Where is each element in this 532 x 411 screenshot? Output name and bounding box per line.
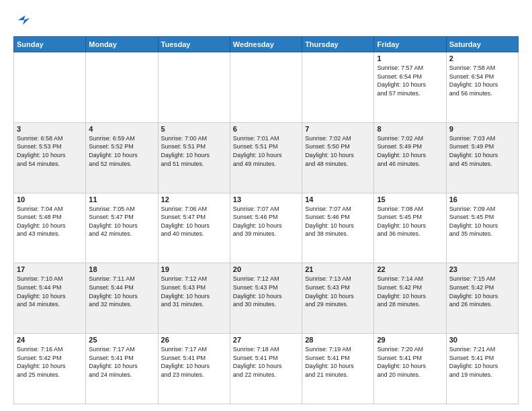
day-info: Sunrise: 7:12 AMSunset: 5:43 PMDaylight:… xyxy=(233,275,299,308)
header xyxy=(13,11,519,30)
calendar-cell: 17Sunrise: 7:10 AMSunset: 5:44 PMDayligh… xyxy=(14,263,86,334)
calendar-cell: 20Sunrise: 7:12 AMSunset: 5:43 PMDayligh… xyxy=(230,263,302,334)
day-number: 4 xyxy=(89,125,154,133)
calendar-header-cell: Tuesday xyxy=(158,37,230,52)
day-info: Sunrise: 6:58 AMSunset: 5:53 PMDaylight:… xyxy=(17,134,83,168)
day-info: Sunrise: 7:20 AMSunset: 5:41 PMDaylight:… xyxy=(377,345,443,379)
day-info: Sunrise: 7:05 AMSunset: 5:47 PMDaylight:… xyxy=(89,205,154,238)
day-info: Sunrise: 7:57 AMSunset: 6:54 PMDaylight:… xyxy=(377,64,443,97)
calendar-cell: 30Sunrise: 7:21 AMSunset: 5:41 PMDayligh… xyxy=(446,334,518,404)
day-info: Sunrise: 7:17 AMSunset: 5:41 PMDaylight:… xyxy=(89,345,154,379)
day-number: 3 xyxy=(17,125,83,133)
day-number: 1 xyxy=(377,54,443,62)
calendar-cell: 14Sunrise: 7:07 AMSunset: 5:46 PMDayligh… xyxy=(302,193,374,263)
calendar-header-cell: Saturday xyxy=(446,37,518,52)
calendar-header-row: SundayMondayTuesdayWednesdayThursdayFrid… xyxy=(14,37,519,52)
day-info: Sunrise: 7:16 AMSunset: 5:42 PMDaylight:… xyxy=(17,345,83,379)
day-number: 23 xyxy=(449,265,515,273)
calendar-cell: 2Sunrise: 7:58 AMSunset: 6:54 PMDaylight… xyxy=(446,52,518,123)
day-info: Sunrise: 7:17 AMSunset: 5:41 PMDaylight:… xyxy=(161,345,227,379)
day-info: Sunrise: 7:04 AMSunset: 5:48 PMDaylight:… xyxy=(17,205,83,238)
calendar-cell xyxy=(158,52,230,123)
calendar-header-cell: Sunday xyxy=(14,37,86,52)
day-info: Sunrise: 7:13 AMSunset: 5:43 PMDaylight:… xyxy=(305,275,371,308)
calendar-week-row: 1Sunrise: 7:57 AMSunset: 6:54 PMDaylight… xyxy=(14,52,519,123)
calendar-cell xyxy=(302,52,374,123)
calendar-cell: 16Sunrise: 7:09 AMSunset: 5:45 PMDayligh… xyxy=(446,193,518,263)
calendar-cell: 4Sunrise: 6:59 AMSunset: 5:52 PMDaylight… xyxy=(86,122,158,193)
calendar-cell: 29Sunrise: 7:20 AMSunset: 5:41 PMDayligh… xyxy=(374,334,446,404)
calendar-cell: 13Sunrise: 7:07 AMSunset: 5:46 PMDayligh… xyxy=(230,193,302,263)
day-number: 26 xyxy=(161,336,227,344)
day-number: 12 xyxy=(161,195,227,203)
calendar-header-cell: Monday xyxy=(86,37,158,52)
page: SundayMondayTuesdayWednesdayThursdayFrid… xyxy=(0,0,532,411)
day-number: 14 xyxy=(305,195,371,203)
calendar-cell: 1Sunrise: 7:57 AMSunset: 6:54 PMDaylight… xyxy=(374,52,446,123)
day-number: 27 xyxy=(233,336,299,344)
calendar-week-row: 10Sunrise: 7:04 AMSunset: 5:48 PMDayligh… xyxy=(14,193,519,263)
calendar-cell: 22Sunrise: 7:14 AMSunset: 5:42 PMDayligh… xyxy=(374,263,446,334)
day-info: Sunrise: 7:18 AMSunset: 5:41 PMDaylight:… xyxy=(233,345,299,379)
day-info: Sunrise: 7:15 AMSunset: 5:42 PMDaylight:… xyxy=(449,275,515,308)
day-info: Sunrise: 7:06 AMSunset: 5:47 PMDaylight:… xyxy=(161,205,227,238)
calendar-week-row: 17Sunrise: 7:10 AMSunset: 5:44 PMDayligh… xyxy=(14,263,519,334)
calendar-week-row: 24Sunrise: 7:16 AMSunset: 5:42 PMDayligh… xyxy=(14,334,519,404)
calendar-cell: 7Sunrise: 7:02 AMSunset: 5:50 PMDaylight… xyxy=(302,122,374,193)
day-info: Sunrise: 7:07 AMSunset: 5:46 PMDaylight:… xyxy=(233,205,299,238)
calendar-cell: 25Sunrise: 7:17 AMSunset: 5:41 PMDayligh… xyxy=(86,334,158,404)
calendar-cell: 9Sunrise: 7:03 AMSunset: 5:49 PMDaylight… xyxy=(446,122,518,193)
calendar-cell: 23Sunrise: 7:15 AMSunset: 5:42 PMDayligh… xyxy=(446,263,518,334)
day-number: 13 xyxy=(233,195,299,203)
day-number: 6 xyxy=(233,125,299,133)
calendar-header-cell: Wednesday xyxy=(230,37,302,52)
calendar-cell: 21Sunrise: 7:13 AMSunset: 5:43 PMDayligh… xyxy=(302,263,374,334)
calendar-cell xyxy=(86,52,158,123)
calendar-cell: 10Sunrise: 7:04 AMSunset: 5:48 PMDayligh… xyxy=(14,193,86,263)
day-info: Sunrise: 7:11 AMSunset: 5:44 PMDaylight:… xyxy=(89,275,154,308)
day-number: 2 xyxy=(449,54,515,62)
day-number: 30 xyxy=(449,336,515,344)
calendar-cell: 6Sunrise: 7:01 AMSunset: 5:51 PMDaylight… xyxy=(230,122,302,193)
calendar-cell: 18Sunrise: 7:11 AMSunset: 5:44 PMDayligh… xyxy=(86,263,158,334)
calendar-table: SundayMondayTuesdayWednesdayThursdayFrid… xyxy=(13,36,519,404)
day-number: 17 xyxy=(17,265,83,273)
calendar-cell: 19Sunrise: 7:12 AMSunset: 5:43 PMDayligh… xyxy=(158,263,230,334)
day-info: Sunrise: 7:03 AMSunset: 5:49 PMDaylight:… xyxy=(449,134,515,168)
day-info: Sunrise: 7:02 AMSunset: 5:50 PMDaylight:… xyxy=(305,134,371,168)
day-number: 18 xyxy=(89,265,154,273)
day-number: 9 xyxy=(449,125,515,133)
day-number: 29 xyxy=(377,336,443,344)
day-info: Sunrise: 7:10 AMSunset: 5:44 PMDaylight:… xyxy=(17,275,83,308)
calendar-cell xyxy=(230,52,302,123)
logo-icon xyxy=(13,11,32,30)
day-info: Sunrise: 7:07 AMSunset: 5:46 PMDaylight:… xyxy=(305,205,371,238)
svg-marker-0 xyxy=(18,15,30,25)
calendar-cell: 26Sunrise: 7:17 AMSunset: 5:41 PMDayligh… xyxy=(158,334,230,404)
calendar-cell: 8Sunrise: 7:02 AMSunset: 5:49 PMDaylight… xyxy=(374,122,446,193)
day-info: Sunrise: 7:21 AMSunset: 5:41 PMDaylight:… xyxy=(449,345,515,379)
day-number: 20 xyxy=(233,265,299,273)
calendar-cell xyxy=(14,52,86,123)
day-number: 10 xyxy=(17,195,83,203)
day-info: Sunrise: 7:09 AMSunset: 5:45 PMDaylight:… xyxy=(449,205,515,238)
day-info: Sunrise: 7:19 AMSunset: 5:41 PMDaylight:… xyxy=(305,345,371,379)
calendar-cell: 11Sunrise: 7:05 AMSunset: 5:47 PMDayligh… xyxy=(86,193,158,263)
calendar-cell: 15Sunrise: 7:08 AMSunset: 5:45 PMDayligh… xyxy=(374,193,446,263)
day-number: 19 xyxy=(161,265,227,273)
day-number: 21 xyxy=(305,265,371,273)
calendar-cell: 28Sunrise: 7:19 AMSunset: 5:41 PMDayligh… xyxy=(302,334,374,404)
calendar-cell: 3Sunrise: 6:58 AMSunset: 5:53 PMDaylight… xyxy=(14,122,86,193)
day-info: Sunrise: 7:00 AMSunset: 5:51 PMDaylight:… xyxy=(161,134,227,168)
calendar-header-cell: Friday xyxy=(374,37,446,52)
calendar-header-cell: Thursday xyxy=(302,37,374,52)
day-info: Sunrise: 7:08 AMSunset: 5:45 PMDaylight:… xyxy=(377,205,443,238)
calendar-cell: 24Sunrise: 7:16 AMSunset: 5:42 PMDayligh… xyxy=(14,334,86,404)
day-number: 22 xyxy=(377,265,443,273)
day-number: 7 xyxy=(305,125,371,133)
day-number: 11 xyxy=(89,195,154,203)
day-number: 5 xyxy=(161,125,227,133)
day-number: 16 xyxy=(449,195,515,203)
calendar-body: 1Sunrise: 7:57 AMSunset: 6:54 PMDaylight… xyxy=(14,52,519,404)
calendar-cell: 12Sunrise: 7:06 AMSunset: 5:47 PMDayligh… xyxy=(158,193,230,263)
